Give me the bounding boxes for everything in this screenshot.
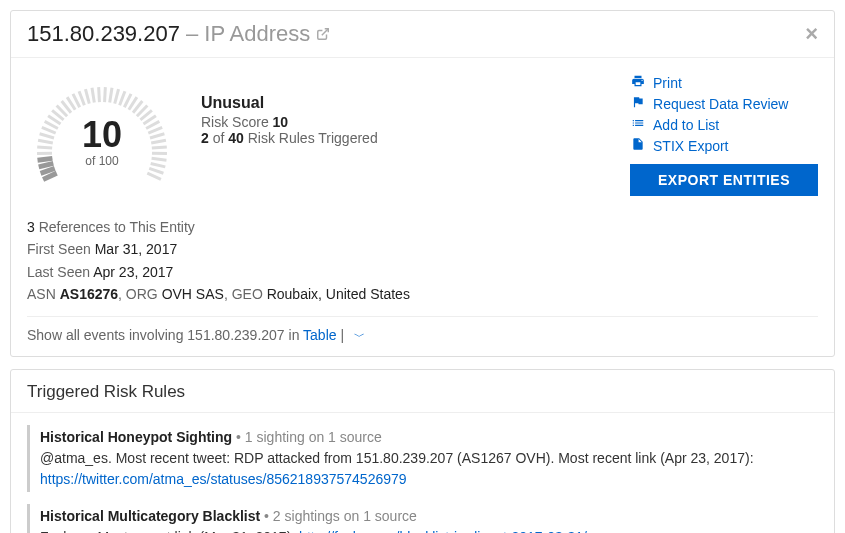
last-seen-value: Apr 23, 2017 <box>93 264 173 280</box>
rules-section-title: Triggered Risk Rules <box>11 370 834 413</box>
score-value: 10 <box>27 114 177 156</box>
ref-text: References to This Entity <box>35 219 195 235</box>
rule-link[interactable]: http://fackers.ru/blacklist-ip-digest-20… <box>299 529 587 533</box>
asn-line: ASN AS16276, ORG OVH SAS, GEO Roubaix, U… <box>27 283 818 305</box>
svg-line-17 <box>79 91 84 105</box>
rules-count-b: 40 <box>228 130 244 146</box>
stix-label: STIX Export <box>653 138 728 154</box>
ref-count: 3 <box>27 219 35 235</box>
print-link[interactable]: Print <box>630 72 818 93</box>
svg-line-24 <box>120 91 125 105</box>
table-link[interactable]: Table <box>303 327 336 343</box>
stix-export-link[interactable]: STIX Export <box>630 135 818 156</box>
svg-line-0 <box>322 29 328 35</box>
rules-suffix: Risk Rules Triggered <box>244 130 378 146</box>
score-of: of 100 <box>27 154 177 168</box>
export-entities-button[interactable]: EXPORT ENTITIES <box>630 164 818 196</box>
add-to-list-link[interactable]: Add to List <box>630 114 818 135</box>
entity-meta: 3 References to This Entity First Seen M… <box>27 216 818 306</box>
ip-address: 151.80.239.207 <box>27 21 180 47</box>
rule-count: • 1 sighting on 1 source <box>232 429 382 445</box>
show-all-prefix: Show all events involving 151.80.239.207… <box>27 327 303 343</box>
list-icon <box>630 116 645 133</box>
geo-value: Roubaix, United States <box>267 286 410 302</box>
rules-count-a: 2 <box>201 130 209 146</box>
svg-line-20 <box>99 87 100 102</box>
risk-info: Unusual Risk Score 10 2 of 40 Risk Rules… <box>201 72 401 196</box>
card-body: 10 of 100 Unusual Risk Score 10 2 of 40 … <box>11 58 834 356</box>
org-label: , ORG <box>118 286 162 302</box>
svg-line-40 <box>147 173 161 179</box>
card-header: 151.80.239.207 – IP Address × <box>11 11 834 58</box>
print-icon <box>630 74 645 91</box>
last-seen-line: Last Seen Apr 23, 2017 <box>27 261 818 283</box>
risk-gauge: 10 of 100 <box>27 72 177 196</box>
rule-body: Fackers. Most recent link (Mar 31, 2017)… <box>40 527 818 533</box>
risk-score-line: Risk Score 10 <box>201 114 401 130</box>
svg-line-18 <box>85 89 89 104</box>
geo-label: , GEO <box>224 286 267 302</box>
rule-title: Historical Honeypot Sighting <box>40 429 232 445</box>
addlist-label: Add to List <box>653 117 719 133</box>
review-label: Request Data Review <box>653 96 788 112</box>
svg-line-21 <box>105 87 106 102</box>
risk-rule: Historical Honeypot Sighting • 1 sightin… <box>27 425 818 492</box>
svg-line-23 <box>115 89 119 104</box>
rule-count: • 2 sightings on 1 source <box>260 508 417 524</box>
rule-body: @atma_es. Most recent tweet: RDP attacke… <box>40 448 818 490</box>
rules-card: Triggered Risk Rules Historical Honeypot… <box>10 369 835 533</box>
risk-score-prefix: Risk Score <box>201 114 273 130</box>
sep: | <box>337 327 348 343</box>
first-seen-label: First Seen <box>27 241 95 257</box>
asn-label: ASN <box>27 286 60 302</box>
last-seen-label: Last Seen <box>27 264 93 280</box>
svg-line-19 <box>92 88 94 103</box>
svg-line-22 <box>110 88 112 103</box>
first-seen-value: Mar 31, 2017 <box>95 241 178 257</box>
entity-type: – IP Address <box>186 21 310 47</box>
first-seen-line: First Seen Mar 31, 2017 <box>27 238 818 260</box>
rule-title: Historical Multicategory Blacklist <box>40 508 260 524</box>
actions-panel: Print Request Data Review Add to List <box>630 72 818 196</box>
external-link-icon[interactable] <box>316 27 330 44</box>
risk-label: Unusual <box>201 94 401 112</box>
flag-icon <box>630 95 645 112</box>
file-icon <box>630 137 645 154</box>
print-label: Print <box>653 75 682 91</box>
risk-score-num: 10 <box>273 114 289 130</box>
references-line: 3 References to This Entity <box>27 216 818 238</box>
show-all-events: Show all events involving 151.80.239.207… <box>27 327 818 344</box>
svg-line-39 <box>149 168 163 173</box>
rule-body-text: Fackers. Most recent link (Mar 31, 2017)… <box>40 529 299 533</box>
chevron-down-icon[interactable]: ﹀ <box>354 330 365 342</box>
request-review-link[interactable]: Request Data Review <box>630 93 818 114</box>
asn-value: AS16276 <box>60 286 118 302</box>
risk-rule: Historical Multicategory Blacklist • 2 s… <box>27 504 818 533</box>
rules-mid: of <box>209 130 228 146</box>
title: 151.80.239.207 – IP Address <box>27 21 330 47</box>
summary-card: 151.80.239.207 – IP Address × 10 of 100 … <box>10 10 835 357</box>
org-value: OVH SAS <box>162 286 224 302</box>
divider <box>27 316 818 317</box>
top-row: 10 of 100 Unusual Risk Score 10 2 of 40 … <box>27 72 818 196</box>
rule-link[interactable]: https://twitter.com/atma_es/statuses/856… <box>40 471 407 487</box>
rules-triggered-line: 2 of 40 Risk Rules Triggered <box>201 130 401 146</box>
close-icon[interactable]: × <box>805 23 818 45</box>
rule-body-text: @atma_es. Most recent tweet: RDP attacke… <box>40 450 754 466</box>
